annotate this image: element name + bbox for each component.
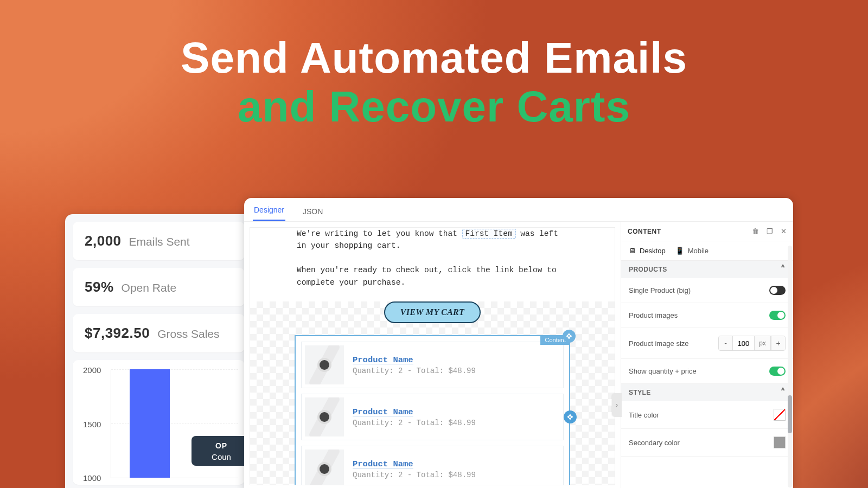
stat-card-emails: 2,000 Emails Sent xyxy=(73,222,245,260)
email-text: When you're ready to check out, click th… xyxy=(297,266,557,286)
unit-label: px xyxy=(755,336,771,350)
desktop-icon: 🖥 xyxy=(629,247,636,255)
product-image xyxy=(305,397,344,436)
color-swatch-none[interactable] xyxy=(774,409,786,421)
ytick: 2000 xyxy=(83,365,101,375)
stat-label: Gross Sales xyxy=(157,328,219,341)
close-icon[interactable]: ✕ xyxy=(781,227,787,235)
section-label: STYLE xyxy=(629,389,651,396)
hero-line-2: and Recover Carts xyxy=(0,84,868,130)
prop-title-color: Title color xyxy=(629,411,659,419)
chart-tooltip: OP Coun xyxy=(192,436,245,466)
device-label: Desktop xyxy=(640,247,666,255)
product-image xyxy=(305,345,344,384)
stat-label: Open Rate xyxy=(122,281,177,294)
inspector-title: CONTENT xyxy=(628,228,661,235)
bar-chart: 2000 1500 1000 OP Coun xyxy=(111,370,238,478)
mobile-icon: 📱 xyxy=(675,247,684,255)
email-text: We're writing to let you know that xyxy=(297,229,462,238)
prop-single-product: Single Product (big) xyxy=(629,286,691,294)
device-label: Mobile xyxy=(688,247,709,255)
section-label: PRODUCTS xyxy=(629,266,667,273)
stat-card-openrate: 59% Open Rate xyxy=(73,268,245,306)
chart-bar xyxy=(130,369,170,478)
inspector-panel: CONTENT 🗑 ❐ ✕ 🖥 Desktop 📱 Mobile xyxy=(621,222,793,488)
section-products[interactable]: PRODUCTS ⌃ xyxy=(621,261,793,278)
product-title: Product Name xyxy=(353,459,476,469)
drag-handle-icon[interactable]: ✥ xyxy=(564,410,577,423)
tooltip-title: OP xyxy=(199,441,244,450)
device-mobile[interactable]: 📱 Mobile xyxy=(675,247,709,255)
content-block-selected[interactable]: Content ✥ ✥ Product Name Quantity: 2 - T… xyxy=(295,335,570,485)
product-image xyxy=(305,450,344,485)
tab-json[interactable]: JSON xyxy=(302,202,324,221)
view-cart-button[interactable]: VIEW MY CART xyxy=(384,301,481,323)
toggle-single-product[interactable] xyxy=(769,286,786,295)
stat-card-gross: $7,392.50 Gross Sales xyxy=(73,314,245,352)
prop-secondary-color: Secondary color xyxy=(629,439,680,447)
image-size-stepper[interactable]: - px + xyxy=(718,336,786,351)
product-title: Product Name xyxy=(353,407,476,417)
scrollbar-track[interactable] xyxy=(788,246,792,487)
prop-image-size: Product image size xyxy=(629,339,689,348)
stat-value: 2,000 xyxy=(85,233,122,249)
section-style[interactable]: STYLE ⌃ xyxy=(621,384,793,401)
prop-product-images: Product images xyxy=(629,311,678,319)
toggle-product-images[interactable] xyxy=(769,311,786,320)
ytick: 1500 xyxy=(83,419,101,428)
delete-icon[interactable]: 🗑 xyxy=(752,227,759,235)
stat-value: 59% xyxy=(85,279,114,296)
toggle-qty-price[interactable] xyxy=(769,367,786,376)
scrollbar-thumb[interactable] xyxy=(788,395,792,433)
product-row[interactable]: Product Name Quantity: 2 - Total: $48.99 xyxy=(301,342,564,388)
color-swatch-grey[interactable] xyxy=(774,436,786,448)
collapse-inspector-button[interactable]: › xyxy=(612,393,622,417)
product-title: Product Name xyxy=(353,355,476,365)
merge-token-first-item[interactable]: First Item xyxy=(462,229,516,239)
product-row[interactable]: Product Name Quantity: 2 - Total: $48.99 xyxy=(301,446,564,485)
stat-value: $7,392.50 xyxy=(85,325,150,342)
chevron-right-icon: › xyxy=(616,401,618,409)
decrement-button[interactable]: - xyxy=(719,336,733,350)
email-canvas[interactable]: We're writing to let you know that First… xyxy=(250,227,615,485)
chart-card: 2000 1500 1000 OP Coun xyxy=(73,360,245,485)
prop-show-qty-price: Show quantity + price xyxy=(629,367,697,375)
stats-panel: 2,000 Emails Sent 59% Open Rate $7,392.5… xyxy=(65,214,252,488)
image-size-input[interactable] xyxy=(733,336,755,350)
tab-bar: Designer JSON xyxy=(244,198,793,222)
ytick: 1000 xyxy=(83,473,101,483)
product-meta: Quantity: 2 - Total: $48.99 xyxy=(353,367,476,375)
chevron-up-icon: ⌃ xyxy=(780,386,786,399)
hero-line-1: Send Automated Emails xyxy=(0,35,868,81)
designer-panel: Designer JSON We're writing to let you k… xyxy=(244,198,793,488)
product-row[interactable]: Product Name Quantity: 2 - Total: $48.99 xyxy=(301,394,564,440)
duplicate-icon[interactable]: ❐ xyxy=(767,227,773,235)
product-meta: Quantity: 2 - Total: $48.99 xyxy=(353,471,476,479)
increment-button[interactable]: + xyxy=(771,336,785,350)
device-desktop[interactable]: 🖥 Desktop xyxy=(629,247,666,255)
tab-designer[interactable]: Designer xyxy=(253,200,285,221)
tooltip-sub: Coun xyxy=(199,452,244,461)
move-handle-icon[interactable]: ✥ xyxy=(563,330,576,343)
chevron-up-icon: ⌃ xyxy=(780,262,786,276)
stat-label: Emails Sent xyxy=(129,235,190,248)
product-meta: Quantity: 2 - Total: $48.99 xyxy=(353,419,476,427)
